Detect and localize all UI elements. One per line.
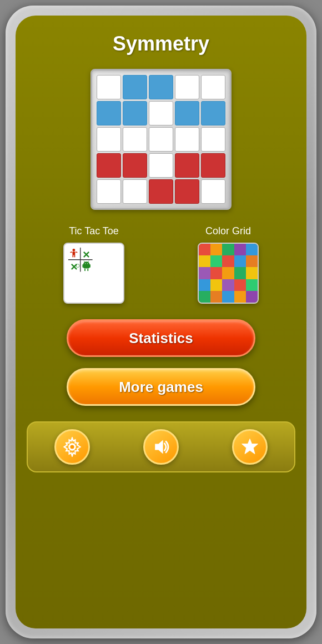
colorgrid-cell: [199, 244, 210, 255]
sound-button[interactable]: [143, 429, 179, 465]
gear-icon: [62, 437, 82, 457]
colorgrid-cell: [234, 244, 246, 255]
grid-cell: [175, 153, 199, 178]
grid-cell: [149, 75, 173, 99]
colorgrid-cell: [234, 267, 246, 279]
game-item-tictactoe[interactable]: Tic Tac Toe: [63, 225, 124, 304]
colorgrid-icon[interactable]: [198, 243, 259, 304]
colorgrid-cell: [199, 279, 210, 291]
colorgrid-cell: [246, 291, 258, 303]
grid-cell: [149, 179, 173, 204]
colorgrid-cell: [210, 244, 222, 255]
svg-line-20: [88, 261, 89, 262]
colorgrid-cell: [199, 267, 210, 279]
symmetry-grid: [97, 75, 225, 204]
sound-icon: [151, 437, 171, 457]
colorgrid-cell: [246, 267, 258, 279]
grid-cell: [123, 75, 147, 99]
svg-line-19: [84, 261, 85, 262]
grid-cell: [201, 179, 225, 204]
tictactoe-label: Tic Tac Toe: [69, 225, 119, 237]
svg-rect-15: [82, 264, 83, 268]
grid-cell: [175, 101, 199, 125]
svg-point-23: [70, 445, 74, 449]
grid-cell: [175, 127, 199, 152]
grid-cell: [201, 153, 225, 178]
svg-marker-24: [155, 440, 163, 454]
grid-cell: [175, 179, 199, 204]
grid-cell: [97, 127, 121, 152]
colorgrid-cell: [246, 279, 258, 291]
grid-cell: [149, 127, 173, 152]
svg-rect-5: [74, 255, 76, 257]
colorgrid-label: Color Grid: [205, 225, 251, 237]
svg-text:○: ○: [76, 261, 80, 270]
svg-rect-7: [76, 251, 78, 253]
colorgrid-cell: [222, 267, 234, 279]
game-item-colorgrid[interactable]: Color Grid: [198, 225, 259, 304]
more-games-button[interactable]: More games: [67, 368, 255, 406]
colorgrid-cell: [234, 291, 246, 303]
colorgrid-cell: [222, 279, 234, 291]
app-title: Symmetry: [113, 32, 209, 56]
colorgrid-cell: [222, 255, 234, 267]
svg-rect-16: [89, 264, 90, 268]
grid-cell: [175, 75, 199, 99]
app-screen: Symmetry Tic Tac Toe: [16, 16, 306, 628]
svg-rect-4: [72, 255, 73, 257]
colorgrid-cell: [246, 255, 258, 267]
colorgrid-cell: [222, 291, 234, 303]
svg-rect-6: [70, 251, 72, 253]
colorgrid-cell: [222, 244, 234, 255]
grid-cell: [201, 127, 225, 152]
svg-rect-14: [83, 264, 89, 268]
phone-shell: Symmetry Tic Tac Toe: [6, 6, 316, 638]
grid-cell: [123, 101, 147, 125]
svg-marker-25: [242, 439, 258, 454]
grid-cell: [97, 101, 121, 125]
colorgrid-cell: [234, 279, 246, 291]
colorgrid-cell: [210, 267, 222, 279]
grid-cell: [149, 153, 173, 178]
grid-cell: [123, 179, 147, 204]
svg-rect-17: [84, 269, 85, 271]
colorgrid-cell: [210, 279, 222, 291]
grid-cell: [123, 153, 147, 178]
colorgrid-cell: [199, 255, 210, 267]
colorgrid-cell: [246, 244, 258, 255]
grid-cell: [201, 101, 225, 125]
symmetry-grid-container: [90, 69, 232, 210]
grid-cell: [97, 179, 121, 204]
grid-cell: [123, 127, 147, 152]
grid-cell: [97, 153, 121, 178]
colorgrid-cell: [199, 291, 210, 303]
svg-text:✕: ✕: [82, 249, 90, 260]
svg-rect-3: [72, 251, 75, 255]
favorites-button[interactable]: [232, 429, 268, 465]
colorgrid-cell: [210, 291, 222, 303]
statistics-button[interactable]: Statistics: [67, 319, 255, 357]
tictactoe-icon[interactable]: ✕ ✕ ○: [63, 243, 124, 304]
grid-cell: [97, 75, 121, 99]
games-row: Tic Tac Toe: [27, 225, 295, 304]
colorgrid-cell: [210, 255, 222, 267]
star-icon: [240, 437, 260, 457]
colorgrid-cell: [234, 255, 246, 267]
svg-rect-18: [87, 269, 88, 271]
grid-cell: [201, 75, 225, 99]
settings-button[interactable]: [54, 429, 90, 465]
svg-point-2: [72, 249, 75, 251]
grid-cell: [149, 101, 173, 125]
bottom-toolbar: [27, 421, 295, 472]
